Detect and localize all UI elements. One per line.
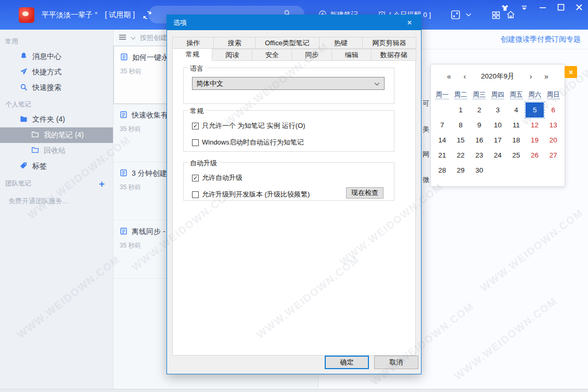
calendar-month-title[interactable]: 2020年9月 <box>472 72 523 81</box>
calendar-date-17[interactable]: 17 <box>489 133 507 148</box>
checkbox-unchecked[interactable] <box>192 139 199 146</box>
sort-menu-icon[interactable] <box>119 33 126 43</box>
dialog-tab-阅读[interactable]: 阅读 <box>212 49 252 61</box>
add-team-button[interactable]: + <box>99 179 105 189</box>
calendar-date-7[interactable]: 7 <box>433 117 452 133</box>
calendar-date-13[interactable]: 13 <box>544 117 563 133</box>
calendar-date-20[interactable]: 20 <box>544 133 563 148</box>
bell-icon <box>20 52 28 61</box>
calendar-day-header: 周五 <box>507 90 526 99</box>
sidebar-section-common: 常用 <box>0 33 113 49</box>
calendar-date-21[interactable]: 21 <box>433 148 452 163</box>
chevron-down-icon[interactable] <box>466 13 471 17</box>
collapse-toolbar-icon[interactable] <box>520 4 528 12</box>
maximize-button[interactable] <box>557 4 565 12</box>
sidebar-item-folders[interactable]: 文件夹 (4) <box>0 112 113 127</box>
close-window-button[interactable] <box>576 4 583 12</box>
calendar-prev-month-button[interactable]: ‹ <box>457 72 472 81</box>
calendar-date-4[interactable]: 4 <box>507 102 526 117</box>
dialog-tab-常规[interactable]: 常规 <box>172 48 212 61</box>
calendar-date-1[interactable]: 1 <box>452 102 470 117</box>
calendar-date-empty <box>544 163 563 178</box>
dialog-tab-热键[interactable]: 热键 <box>319 37 363 49</box>
calendar-next-month-button[interactable]: › <box>523 72 539 81</box>
sidebar-item-label: 回收站 <box>44 146 66 155</box>
note-title: 离线同步 - <box>132 227 165 237</box>
calendar-date-24[interactable]: 24 <box>489 148 507 163</box>
note-title: 快速收集有 <box>132 111 168 120</box>
cancel-button[interactable]: 取消 <box>374 356 418 369</box>
sidebar-item-tags[interactable]: 标签 <box>0 159 113 174</box>
calendar-date-8[interactable]: 8 <box>452 117 470 133</box>
single-instance-checkbox[interactable]: ✓ 只允许一个 为知笔记 实例 运行(O) <box>184 121 394 130</box>
autostart-checkbox[interactable]: Windows启动时自动运行为知笔记 <box>184 138 394 147</box>
apps-grid-icon[interactable] <box>491 10 501 20</box>
tab-page-general: 语言 简体中文 常规 ✓ 只允许一个 为知笔记 实例 运行(O) Windows… <box>172 60 416 356</box>
sidebar-item-my-notes[interactable]: 我的笔记 (4) <box>0 127 113 143</box>
calendar-date-29[interactable]: 29 <box>452 163 470 178</box>
skin-theme-icon[interactable] <box>501 4 509 12</box>
expand-view-icon[interactable] <box>451 10 461 20</box>
sidebar-item-recycle-bin[interactable]: 回收站 <box>0 143 113 159</box>
calendar-date-9[interactable]: 9 <box>470 117 489 133</box>
promo-link[interactable]: 创建微读季付费订阅专题 <box>501 35 581 44</box>
calendar-prev-year-button[interactable]: « <box>441 72 457 81</box>
dialog-tab-同步[interactable]: 同步 <box>291 49 331 61</box>
sidebar-team-service-promo[interactable]: 免费开通团队服务... <box>0 191 113 211</box>
calendar-date-27[interactable]: 27 <box>544 148 563 163</box>
dialog-tab-Office类型笔记[interactable]: Office类型笔记 <box>255 37 319 49</box>
calendar-date-28[interactable]: 28 <box>433 163 452 178</box>
calendar-date-3[interactable]: 3 <box>489 102 507 117</box>
sidebar-item-quick-search[interactable]: 快速搜索 <box>0 80 113 96</box>
calendar-date-23[interactable]: 23 <box>470 148 489 163</box>
calendar-close-button[interactable]: × <box>565 66 577 78</box>
calendar-date-18[interactable]: 18 <box>507 133 526 148</box>
calendar-date-12[interactable]: 12 <box>526 117 544 133</box>
sidebar-item-message-center[interactable]: 消息中心 <box>0 49 113 64</box>
language-select[interactable]: 简体中文 <box>192 77 385 90</box>
dialog-tab-安全[interactable]: 安全 <box>252 49 292 61</box>
calendar-date-10[interactable]: 10 <box>489 117 507 133</box>
minimize-button[interactable] <box>539 4 546 12</box>
folderOutline-icon <box>31 146 39 155</box>
checkbox-checked[interactable]: ✓ <box>192 175 199 181</box>
calendar-day-header: 周二 <box>452 90 470 99</box>
dialog-tab-数据存储[interactable]: 数据存储 <box>371 49 416 61</box>
username[interactable]: 平平淡淡一辈子 ° <box>42 10 98 20</box>
calendar-next-year-button[interactable]: » <box>539 72 554 81</box>
sidebar-item-label: 快捷方式 <box>32 68 61 77</box>
calendar-date-14[interactable]: 14 <box>433 133 452 148</box>
user-avatar[interactable] <box>19 7 34 23</box>
calendar-date-15[interactable]: 15 <box>452 133 470 148</box>
occluded-text-fragment: 美 <box>423 125 429 134</box>
calendar-nav: « ‹ 2020年9月 › » <box>431 64 565 81</box>
calendar-date-26[interactable]: 26 <box>526 148 544 163</box>
calendar-date-19[interactable]: 19 <box>526 133 544 148</box>
calendar-date-30[interactable]: 30 <box>470 163 489 178</box>
dialog-titlebar: 选项 × <box>167 15 421 30</box>
calendar-date-25[interactable]: 25 <box>507 148 526 163</box>
calendar-day-header: 周四 <box>489 90 507 99</box>
check-now-button[interactable]: 现在检查 <box>346 187 384 199</box>
calendar-date-6[interactable]: 6 <box>544 102 563 117</box>
calendar-day-header: 周日 <box>544 90 563 99</box>
ok-button[interactable]: 确定 <box>325 356 369 369</box>
calendar-date-empty <box>433 102 452 117</box>
sidebar-item-shortcuts[interactable]: 快捷方式 <box>0 64 113 80</box>
checkbox-checked[interactable]: ✓ <box>192 123 199 129</box>
allow-upgrade-checkbox[interactable]: ✓ 允许自动升级 <box>184 173 394 182</box>
calendar-date-5[interactable]: 5 <box>526 102 544 117</box>
sidebar-section-personal-notes: 个人笔记 <box>0 96 113 112</box>
dialog-tab-搜索[interactable]: 搜索 <box>213 37 255 49</box>
calendar-date-2[interactable]: 2 <box>470 102 489 117</box>
dialog-tab-操作[interactable]: 操作 <box>172 37 214 49</box>
calendar-date-11[interactable]: 11 <box>507 117 526 133</box>
dialog-tab-网页剪辑器[interactable]: 网页剪辑器 <box>362 37 416 49</box>
sidebar-section-label: 个人笔记 <box>5 100 31 109</box>
occluded-text-fragment: 微 <box>423 175 429 185</box>
dialog-close-button[interactable]: × <box>398 15 421 30</box>
checkbox-unchecked[interactable] <box>192 191 199 198</box>
calendar-date-22[interactable]: 22 <box>452 148 470 163</box>
calendar-date-16[interactable]: 16 <box>470 133 489 148</box>
dialog-tab-编辑[interactable]: 编辑 <box>331 49 372 61</box>
